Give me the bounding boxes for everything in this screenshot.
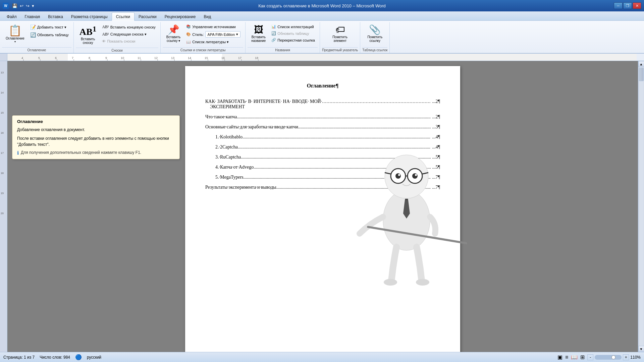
toc-text-0: КАК· ЗАРАБОТАТЬ· В· ИНТЕРНЕТЕ· НА· ВВОДЕ… bbox=[205, 99, 322, 110]
toc-dropdown-arrow: ▾ bbox=[14, 40, 16, 43]
tab-home[interactable]: Главная bbox=[21, 13, 44, 20]
document-title: Оглавление¶ bbox=[205, 83, 440, 89]
status-right: ▣ ≡ 📖 ⊞ - + 110% bbox=[557, 354, 641, 360]
quickaccess-more-button[interactable]: ▾ bbox=[31, 3, 35, 9]
vertical-scrollbar[interactable]: ▲ ▼ bbox=[638, 61, 644, 352]
update-table2-button[interactable]: 🔄 Обновить таблицу bbox=[269, 30, 317, 37]
footnote-small-buttons: AB¹ Вставить концевую сноску AB¹ Следующ… bbox=[100, 23, 157, 44]
table-of-figures-icon: 📊 bbox=[271, 24, 276, 29]
scroll-thumb[interactable] bbox=[639, 68, 644, 81]
ruler-svg: 4 5 6 7 8 9 10 11 12 13 14 15 16 17 18 bbox=[7, 54, 637, 61]
svg-text:9: 9 bbox=[105, 56, 107, 60]
window-controls: ─ ❐ ✕ bbox=[614, 2, 641, 9]
toc-text-2: Основные·сайты·для·заработка·на·вводе·ка… bbox=[205, 124, 298, 130]
tab-review[interactable]: Рецензирование bbox=[161, 13, 200, 20]
view-web-button[interactable]: ≡ bbox=[565, 354, 568, 360]
scroll-down-button[interactable]: ▼ bbox=[638, 346, 644, 352]
mark-entry-icon: 🏷 bbox=[335, 25, 345, 35]
close-button[interactable]: ✕ bbox=[633, 2, 641, 9]
ribbon-group-index-content: 🏷 Пометитьэлемент bbox=[329, 22, 351, 47]
tab-insert[interactable]: Вставка bbox=[44, 13, 67, 20]
ribbon: 📋 Оглавление ▾ 📝 Добавить текст ▾ 🔄 Обно… bbox=[0, 21, 644, 54]
svg-rect-1 bbox=[68, 54, 222, 61]
ribbon-group-authorities: 📎 Пометитьссылку Таблица ссылок bbox=[360, 22, 390, 53]
footnotes-group-label: Сноски bbox=[76, 48, 158, 53]
mark-citation-button[interactable]: 📎 Пометитьссылку bbox=[364, 23, 385, 44]
add-text-button[interactable]: 📝 Добавить текст ▾ bbox=[28, 23, 71, 31]
vertical-ruler: 13 14 15 16 17 18 19 20 bbox=[0, 61, 7, 352]
ribbon-group-captions: 🖼 Вставитьназвание 📊 Список иллюстраций … bbox=[246, 22, 320, 53]
zoom-level: 110% bbox=[630, 355, 641, 360]
index-group-label: Предметный указатель bbox=[322, 47, 358, 53]
show-footnotes-label: Показать сноски bbox=[107, 39, 135, 43]
tab-mailings[interactable]: Рассылки bbox=[135, 13, 161, 20]
scroll-track[interactable] bbox=[639, 67, 644, 346]
endnote-label: Вставить концевую сноску bbox=[110, 25, 156, 29]
manage-sources-label: Управление источниками bbox=[192, 25, 235, 29]
add-text-label: Добавить текст ▾ bbox=[37, 25, 66, 29]
cross-reference-button[interactable]: 🔗 Перекрестная ссылка bbox=[269, 37, 317, 43]
tab-layout[interactable]: Разметка страницы bbox=[67, 13, 112, 20]
caption-icon: 🖼 bbox=[254, 25, 263, 35]
tab-file[interactable]: Файл bbox=[3, 13, 21, 20]
toc-dots-1: ........................................… bbox=[237, 114, 431, 120]
save-qa-button[interactable]: 💾 bbox=[11, 3, 18, 9]
svg-point-44 bbox=[384, 279, 397, 286]
show-footnotes-button[interactable]: 👁 Показать сноски bbox=[100, 38, 157, 44]
table-of-figures-button[interactable]: 📊 Список иллюстраций bbox=[269, 23, 317, 30]
tab-view[interactable]: Вид bbox=[200, 13, 215, 20]
view-normal-button[interactable]: ▣ bbox=[557, 354, 562, 360]
next-footnote-button[interactable]: AB¹ Следующая сноска ▾ bbox=[100, 31, 157, 38]
cross-reference-label: Перекрестная ссылка bbox=[277, 38, 315, 42]
insert-footnote-button[interactable]: AB1 Вставитьсноску bbox=[76, 23, 100, 46]
view-read-button[interactable]: 📖 bbox=[571, 354, 578, 360]
undo-button[interactable]: ↩ bbox=[19, 3, 24, 9]
update-table-icon: 🔄 bbox=[30, 32, 36, 38]
bibliography-button[interactable]: 📖 Список литературы ▾ bbox=[184, 39, 243, 45]
zoom-slider-thumb[interactable] bbox=[611, 355, 615, 359]
manage-sources-icon: 📚 bbox=[186, 24, 191, 29]
ribbon-tabs: Файл Главная Вставка Разметка страницы С… bbox=[0, 11, 644, 21]
insert-endnote-button[interactable]: AB¹ Вставить концевую сноску bbox=[100, 23, 157, 31]
svg-text:13: 13 bbox=[171, 56, 174, 60]
document-page: Оглавление¶ КАК· ЗАРАБОТАТЬ· В· ИНТЕРНЕТ… bbox=[185, 66, 460, 352]
toc-button[interactable]: 📋 Оглавление ▾ bbox=[3, 23, 28, 45]
style-dropdown-arrow: ▾ bbox=[236, 32, 238, 37]
restore-button[interactable]: ❐ bbox=[623, 2, 632, 9]
captions-group-label: Названия bbox=[248, 47, 318, 53]
ruler-num-20: 20 bbox=[1, 212, 4, 215]
update-table-button[interactable]: 🔄 Обновить таблицу bbox=[28, 31, 71, 39]
citations-small-buttons: 📚 Управление источниками 🎨 Стиль: APA Fi… bbox=[184, 23, 243, 45]
language-indicator[interactable]: русский bbox=[87, 355, 101, 360]
tooltip-text1: Добавление оглавления в документ. bbox=[17, 127, 175, 133]
minimize-button[interactable]: ─ bbox=[614, 2, 623, 9]
spell-check-icon[interactable]: 🔵 bbox=[75, 354, 82, 360]
toc-text-8: Результаты·эксперимента·и·выводы bbox=[205, 185, 276, 190]
toc-page-1: ...2¶ bbox=[432, 114, 440, 120]
svg-text:4: 4 bbox=[21, 56, 23, 60]
redo-button[interactable]: ↪ bbox=[25, 3, 30, 9]
toc-text-5: 3.·RuCaptcha bbox=[215, 155, 241, 160]
zoom-slider[interactable] bbox=[595, 355, 622, 360]
tab-references[interactable]: Ссылки bbox=[112, 12, 135, 21]
zoom-in-button[interactable]: + bbox=[623, 354, 629, 360]
insert-caption-button[interactable]: 🖼 Вставитьназвание bbox=[248, 23, 269, 44]
update-table2-label: Обновить таблицу bbox=[277, 32, 309, 36]
scroll-up-button[interactable]: ▲ bbox=[638, 61, 644, 67]
captions-small-buttons: 📊 Список иллюстраций 🔄 Обновить таблицу … bbox=[269, 23, 317, 43]
toc-text-3: 1.·Kolotibablo bbox=[215, 134, 243, 140]
manage-sources-button[interactable]: 📚 Управление источниками bbox=[184, 23, 243, 30]
ruler-area: 4 5 6 7 8 9 10 11 12 13 14 15 16 17 18 bbox=[0, 54, 644, 61]
ruler-num-17: 17 bbox=[1, 152, 4, 155]
style-dropdown[interactable]: APA Fifth Edition ▾ bbox=[205, 31, 241, 38]
style-selector[interactable]: 🎨 Стиль: APA Fifth Edition ▾ bbox=[184, 30, 243, 39]
horizontal-ruler: 4 5 6 7 8 9 10 11 12 13 14 15 16 17 18 bbox=[7, 54, 637, 61]
zoom-out-button[interactable]: - bbox=[587, 354, 593, 360]
tooltip-hint-text: Для получения дополнительных сведений на… bbox=[21, 150, 141, 155]
tooltip-hint: ℹ Для получения дополнительных сведений … bbox=[17, 150, 175, 156]
mark-entry-button[interactable]: 🏷 Пометитьэлемент bbox=[329, 23, 351, 44]
view-print-button[interactable]: ⊞ bbox=[580, 354, 585, 360]
insert-citation-button[interactable]: 📌 Вставитьссылку ▾ bbox=[163, 23, 183, 44]
toc-item-1: Что·такое·капча ........................… bbox=[205, 114, 440, 120]
show-footnotes-icon: 👁 bbox=[102, 39, 106, 43]
